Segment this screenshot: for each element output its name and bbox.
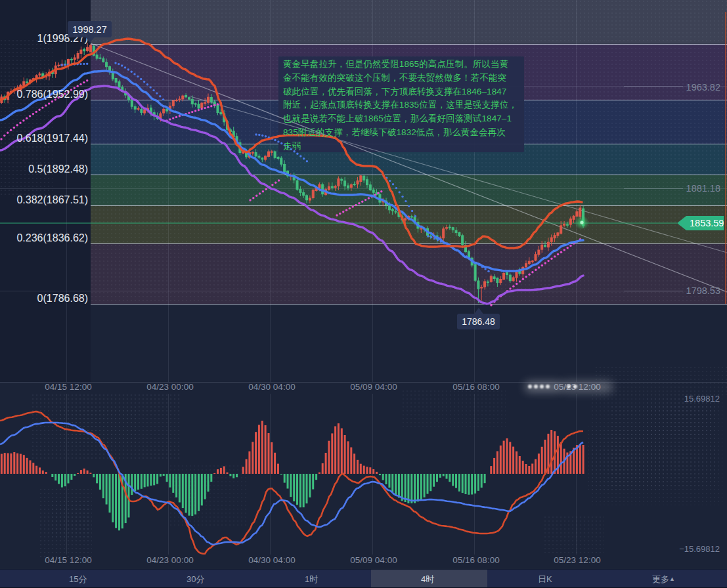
svg-text:1786.48: 1786.48	[462, 316, 495, 327]
svg-text:04/23 00:00: 04/23 00:00	[146, 555, 193, 565]
svg-text:−15.69812: −15.69812	[679, 544, 720, 554]
svg-text:1798.53: 1798.53	[686, 285, 720, 296]
svg-text:0.618(1917.44): 0.618(1917.44)	[16, 133, 88, 144]
svg-text:05/16 08:00: 05/16 08:00	[452, 555, 499, 565]
svg-text:05/16 08:00: 05/16 08:00	[452, 382, 499, 392]
svg-text:0.5(1892.48): 0.5(1892.48)	[28, 163, 88, 175]
svg-text:0(1786.68): 0(1786.68)	[37, 293, 88, 304]
svg-text:1998.27: 1998.27	[72, 24, 106, 35]
svg-text:1881.18: 1881.18	[686, 183, 720, 194]
svg-text:0.236(1836.62): 0.236(1836.62)	[16, 232, 88, 243]
svg-text:1853.59: 1853.59	[690, 218, 724, 228]
svg-text:05/09 04:00: 05/09 04:00	[350, 555, 397, 565]
svg-text:0.382(1867.51): 0.382(1867.51)	[16, 194, 88, 205]
svg-text:04/30 04:00: 04/30 04:00	[248, 555, 295, 565]
svg-text:15.69812: 15.69812	[684, 394, 720, 404]
svg-text:04/15 12:00: 04/15 12:00	[45, 382, 91, 392]
svg-text:0.786(1952.99): 0.786(1952.99)	[16, 89, 88, 100]
svg-text:04/15 12:00: 04/15 12:00	[45, 555, 91, 565]
svg-text:05/23 12:00: 05/23 12:00	[554, 555, 600, 565]
svg-text:05/09 04:00: 05/09 04:00	[350, 382, 397, 392]
svg-text:1963.82: 1963.82	[686, 82, 720, 93]
svg-text:04/23 00:00: 04/23 00:00	[146, 382, 193, 392]
svg-text:04/30 04:00: 04/30 04:00	[248, 382, 295, 392]
